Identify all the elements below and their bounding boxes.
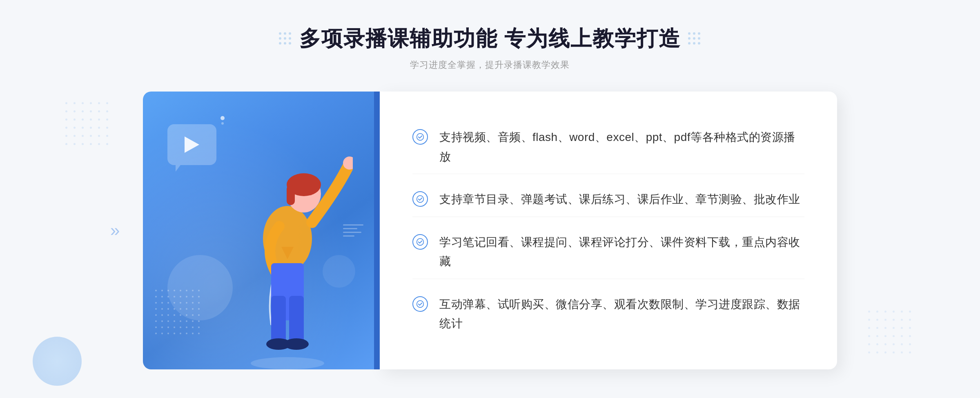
sub-title: 学习进度全掌握，提升录播课教学效果: [410, 59, 570, 71]
svg-rect-3: [287, 185, 295, 205]
bg-dots-right: [868, 311, 915, 357]
checkmark-icon-1: [416, 133, 424, 141]
feature-item-2: 支持章节目录、弹题考试、课后练习、课后作业、章节测验、批改作业: [412, 182, 804, 217]
main-title: 多项录播课辅助功能 专为线上教学打造: [299, 25, 681, 53]
svg-point-9: [284, 338, 309, 350]
title-row: 多项录播课辅助功能 专为线上教学打造: [279, 25, 701, 53]
content-area: »: [143, 92, 837, 369]
svg-point-12: [417, 196, 424, 203]
svg-rect-7: [289, 296, 304, 345]
features-card: 支持视频、音频、flash、word、excel、ppt、pdf等各种格式的资源…: [380, 92, 837, 369]
feature-text-4: 互动弹幕、试听购买、微信分享、观看次数限制、学习进度跟踪、数据统计: [439, 295, 804, 333]
svg-point-14: [417, 300, 424, 307]
svg-point-10: [251, 357, 324, 369]
svg-rect-6: [271, 296, 286, 345]
feature-item-3: 学习笔记回看、课程提问、课程评论打分、课件资料下载，重点内容收藏: [412, 225, 804, 279]
right-decor-grid: [688, 32, 701, 45]
check-icon-3: [412, 234, 428, 250]
vertical-bar: [374, 92, 380, 369]
check-icon-2: [412, 191, 428, 207]
checkmark-icon-4: [416, 300, 424, 308]
blue-blob-decoration: [33, 337, 82, 386]
checkmark-icon-2: [416, 195, 424, 203]
check-icon-1: [412, 129, 428, 145]
header-section: 多项录播课辅助功能 专为线上教学打造 学习进度全掌握，提升录播课教学效果: [279, 25, 701, 71]
checkmark-icon-3: [416, 238, 424, 246]
feature-text-2: 支持章节目录、弹题考试、课后练习、课后作业、章节测验、批改作业: [439, 190, 800, 209]
svg-point-13: [417, 238, 424, 245]
play-bubble: [167, 124, 216, 165]
feature-item-1: 支持视频、音频、flash、word、excel、ppt、pdf等各种格式的资源…: [412, 120, 804, 174]
left-decor-grid: [279, 32, 292, 45]
bg-dots-left: [65, 102, 112, 149]
feature-item-4: 互动弹幕、试听购买、微信分享、观看次数限制、学习进度跟踪、数据统计: [412, 287, 804, 341]
left-arrows-icon: »: [110, 221, 116, 240]
sparkle-decoration: [220, 116, 225, 125]
check-icon-4: [412, 296, 428, 312]
feature-text-1: 支持视频、音频、flash、word、excel、ppt、pdf等各种格式的资源…: [439, 127, 804, 166]
svg-point-11: [417, 134, 424, 141]
illustration-card: [143, 92, 380, 369]
feature-text-3: 学习笔记回看、课程提问、课程评论打分、课件资料下载，重点内容收藏: [439, 233, 804, 271]
play-icon: [185, 136, 199, 153]
human-figure: [222, 141, 353, 369]
page-wrapper: 多项录播课辅助功能 专为线上教学打造 学习进度全掌握，提升录播课教学效果 »: [0, 0, 980, 398]
